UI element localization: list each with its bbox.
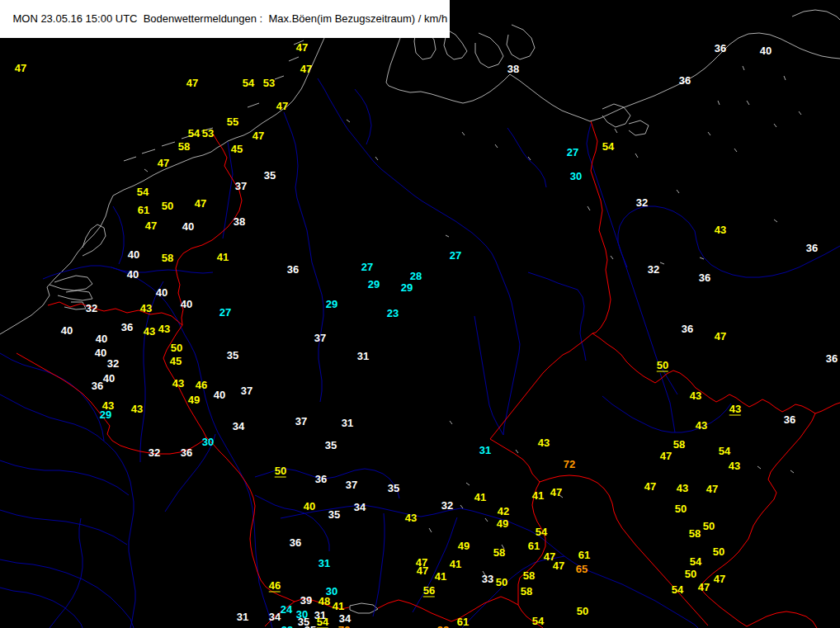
station-gust-value: 48 — [319, 596, 330, 607]
station-gust-value: 29 — [326, 299, 337, 309]
station-gust-value: 36 — [121, 322, 133, 333]
station-gust-value: 46 — [196, 380, 207, 390]
station-gust-value: 92 — [437, 625, 449, 628]
station-gust-value: 32 — [441, 500, 453, 511]
station-gust-value: 40 — [214, 390, 225, 400]
station-gust-value: 58 — [523, 570, 535, 581]
station-gust-value: 36 — [699, 272, 710, 283]
station-gust-value: 30 — [202, 437, 214, 447]
station-gust-value: 35 — [264, 170, 276, 181]
station-gust-value: 53 — [263, 78, 275, 88]
station-gust-value: 50 — [171, 342, 182, 353]
station-gust-value: 35 — [328, 509, 340, 520]
station-gust-value: 49 — [497, 518, 508, 529]
station-gust-value: 43 — [729, 460, 740, 471]
station-gust-value: 50 — [685, 569, 696, 579]
station-gust-value: 35 — [304, 625, 316, 628]
station-gust-value: 36 — [826, 353, 838, 364]
station-gust-value: 58 — [521, 586, 532, 597]
station-gust-value: 47 — [644, 481, 656, 492]
station-gust-value: 34 — [339, 613, 351, 624]
station-gust-value: 45 — [170, 356, 182, 366]
station-gust-value: 40 — [181, 299, 192, 309]
station-gust-value: 65 — [576, 564, 588, 574]
station-gust-value: 40 — [128, 249, 139, 260]
station-gust-value: 30 — [570, 171, 582, 182]
station-gust-value: 47 — [252, 130, 264, 141]
station-gust-value: 49 — [458, 541, 470, 551]
station-gust-value: 36 — [682, 323, 693, 334]
station-gust-value: 58 — [673, 439, 685, 450]
station-gust-value: 54 — [243, 78, 254, 88]
station-gust-value: 41 — [333, 601, 344, 611]
station-gust-value: 35 — [325, 440, 337, 451]
station-gust-value: 43 — [696, 420, 707, 431]
station-gust-value: 27 — [361, 262, 373, 272]
station-gust-value: 54 — [188, 128, 200, 139]
station-gust-value: 43 — [140, 303, 152, 314]
station-gust-value: 37 — [314, 333, 326, 343]
station-gust-value: 40 — [156, 287, 168, 298]
station-gust-value: 38 — [234, 216, 245, 227]
station-gust-value: 49 — [188, 394, 200, 405]
station-gust-value: 50 — [496, 577, 507, 588]
station-gust-value: 40 — [61, 325, 73, 336]
station-gust-value: 40 — [760, 45, 772, 56]
station-gust-value: 31 — [479, 445, 491, 456]
station-gust-value: 56 — [423, 585, 435, 597]
station-gust-value: 34 — [233, 421, 244, 432]
station-gust-value: 61 — [528, 541, 540, 551]
station-gust-value: 38 — [507, 64, 519, 74]
station-gust-value: 47 — [553, 560, 564, 571]
station-gust-value: 47 — [276, 101, 288, 111]
station-gust-value: 40 — [182, 221, 194, 232]
station-gust-value: 54 — [532, 616, 544, 626]
station-gust-value: 76 — [338, 625, 350, 628]
station-gust-value: 32 — [149, 447, 160, 458]
station-gust-value: 53 — [202, 128, 214, 139]
border-layer — [17, 21, 840, 628]
station-gust-value: 55 — [227, 116, 238, 127]
station-gust-value: 46 — [269, 580, 281, 593]
station-gust-value: 50 — [162, 201, 173, 211]
station-gust-value: 36 — [784, 414, 795, 425]
station-gust-value: 47 — [698, 582, 710, 593]
station-gust-value: 41 — [474, 492, 486, 503]
station-gust-value: 24 — [281, 604, 292, 615]
station-gust-value: 54 — [602, 141, 614, 152]
station-gust-value: 36 — [315, 474, 327, 484]
station-gust-value: 32 — [86, 303, 97, 314]
station-gust-value: 58 — [493, 547, 505, 558]
map-canvas — [0, 0, 840, 628]
station-gust-value: 27 — [567, 147, 578, 158]
station-gust-value: 40 — [127, 269, 139, 280]
station-gust-value: 36 — [287, 264, 299, 275]
station-gust-value: 47 — [714, 574, 725, 584]
station-gust-value: 27 — [219, 307, 231, 318]
station-gust-value: 36 — [92, 380, 103, 391]
station-gust-value: 32 — [107, 358, 119, 369]
station-gust-value: 36 — [290, 537, 301, 548]
station-gust-value: 40 — [95, 347, 106, 358]
station-gust-value: 28 — [410, 271, 422, 281]
station-gust-value: 50 — [577, 606, 588, 616]
station-gust-value: 23 — [387, 308, 399, 319]
station-gust-value: 41 — [450, 559, 461, 569]
station-gust-value: 37 — [346, 479, 357, 490]
station-gust-value: 47 — [195, 198, 206, 209]
station-gust-value: 27 — [450, 250, 461, 261]
station-gust-value: 32 — [648, 264, 659, 275]
station-gust-value: 41 — [217, 252, 229, 262]
station-gust-value: 36 — [181, 447, 192, 458]
station-gust-value: 36 — [679, 75, 691, 86]
station-gust-value: 43 — [538, 437, 550, 448]
station-gust-value: 31 — [357, 351, 369, 361]
station-gust-value: 47 — [715, 331, 726, 342]
station-gust-value: 54 — [690, 556, 701, 567]
station-gust-value: 31 — [237, 611, 248, 622]
station-gust-value: 47 — [550, 487, 562, 498]
station-gust-value: 36 — [715, 43, 726, 54]
station-gust-value: 47 — [145, 220, 157, 231]
station-gust-value: 43 — [131, 404, 143, 414]
station-gust-value: 43 — [690, 390, 701, 401]
